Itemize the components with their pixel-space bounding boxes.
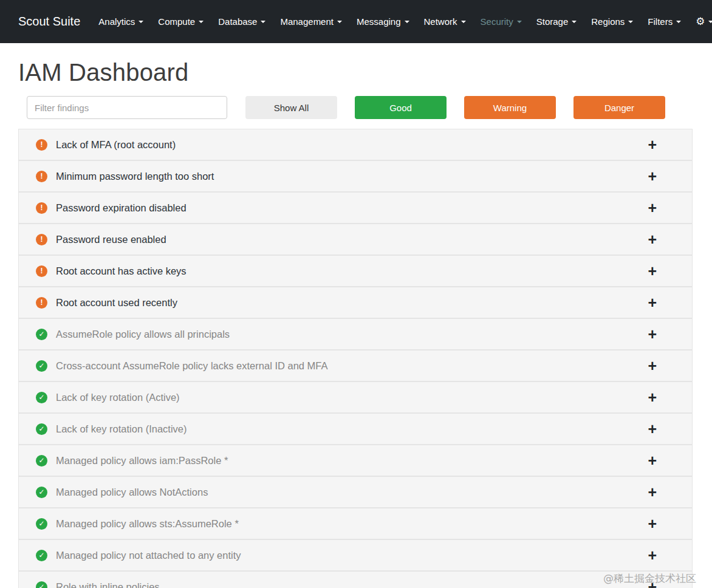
finding-row[interactable]: ✓ Managed policy not attached to any ent… <box>18 539 693 571</box>
finding-label: Lack of key rotation (Inactive) <box>56 423 187 435</box>
expand-plus-icon[interactable]: + <box>648 327 657 342</box>
nav-item-label: Compute <box>158 16 195 27</box>
finding-row[interactable]: ✓ Lack of key rotation (Inactive) + <box>18 413 693 445</box>
nav-item-label: Regions <box>591 16 625 27</box>
caret-down-icon <box>676 21 681 23</box>
app-brand[interactable]: Scout Suite <box>18 15 80 29</box>
finding-label: Lack of key rotation (Active) <box>56 392 180 403</box>
caret-down-icon <box>517 21 522 23</box>
expand-plus-icon[interactable]: + <box>648 358 657 374</box>
caret-down-icon <box>461 21 466 23</box>
gear-icon: ⚙ <box>696 16 705 27</box>
expand-plus-icon[interactable]: + <box>648 548 657 563</box>
main-menu: Analytics Compute Database Management Me… <box>91 12 584 32</box>
finding-label: Managed policy allows sts:AssumeRole * <box>56 518 239 530</box>
finding-label: Managed policy allows iam:PassRole * <box>56 455 228 467</box>
caret-down-icon <box>405 21 409 23</box>
expand-plus-icon[interactable]: + <box>648 516 657 532</box>
check-icon: ✓ <box>36 329 47 340</box>
warning-icon: ! <box>36 139 47 151</box>
finding-label: Root account has active keys <box>56 265 187 277</box>
warning-icon: ! <box>36 171 47 182</box>
warning-filter-button[interactable]: Warning <box>464 96 556 119</box>
nav-item-regions[interactable]: Regions <box>584 12 640 32</box>
caret-down-icon <box>261 21 265 23</box>
nav-item-security[interactable]: Security <box>473 12 529 32</box>
warning-icon: ! <box>36 234 47 245</box>
finding-row[interactable]: ✓ Cross-account AssumeRole policy lacks … <box>18 350 693 381</box>
nav-item-compute[interactable]: Compute <box>151 12 211 32</box>
danger-filter-button[interactable]: Danger <box>573 96 665 119</box>
finding-row[interactable]: ! Lack of MFA (root account) + <box>18 129 693 160</box>
warning-icon: ! <box>36 202 47 214</box>
finding-row[interactable]: ! Password reuse enabled + <box>18 224 693 255</box>
finding-label: Minimum password length too short <box>56 171 214 182</box>
finding-row[interactable]: ! Minimum password length too short + <box>18 160 693 192</box>
nav-item-label: Analytics <box>98 16 135 27</box>
settings-menu[interactable]: ⚙ <box>688 12 712 32</box>
top-navbar: Scout Suite Analytics Compute Database M… <box>0 0 712 43</box>
show-all-button[interactable]: Show All <box>245 96 337 119</box>
expand-plus-icon[interactable]: + <box>648 579 657 588</box>
check-icon: ✓ <box>36 392 47 403</box>
page-title: IAM Dashboard <box>18 59 712 86</box>
caret-down-icon <box>628 21 633 23</box>
caret-down-icon <box>708 21 712 23</box>
nav-item-label: Security <box>481 16 513 27</box>
good-filter-button[interactable]: Good <box>355 96 447 119</box>
check-icon: ✓ <box>36 455 47 467</box>
caret-down-icon <box>337 21 342 23</box>
filter-bar: Show All Good Warning Danger <box>27 96 712 119</box>
expand-plus-icon[interactable]: + <box>648 137 657 152</box>
expand-plus-icon[interactable]: + <box>648 295 657 310</box>
nav-item-filters[interactable]: Filters <box>640 12 688 32</box>
nav-item-label: Messaging <box>357 16 401 27</box>
check-icon: ✓ <box>36 581 47 588</box>
expand-plus-icon[interactable]: + <box>648 232 657 247</box>
warning-icon: ! <box>36 297 47 309</box>
finding-row[interactable]: ✓ AssumeRole policy allows all principal… <box>18 318 693 350</box>
finding-row[interactable]: ! Root account has active keys + <box>18 255 693 287</box>
nav-item-database[interactable]: Database <box>211 12 273 32</box>
finding-label: Role with inline policies <box>56 581 160 588</box>
caret-down-icon <box>199 21 204 23</box>
expand-plus-icon[interactable]: + <box>648 169 657 184</box>
finding-label: Password expiration disabled <box>56 202 187 214</box>
nav-item-management[interactable]: Management <box>273 12 349 32</box>
expand-plus-icon[interactable]: + <box>648 485 657 500</box>
utility-menu: Regions Filters ⚙ <box>584 12 712 32</box>
nav-item-storage[interactable]: Storage <box>529 12 584 32</box>
check-icon: ✓ <box>36 487 47 498</box>
nav-item-analytics[interactable]: Analytics <box>91 12 151 32</box>
nav-item-network[interactable]: Network <box>417 12 473 32</box>
check-icon: ✓ <box>36 423 47 435</box>
nav-item-label: Database <box>218 16 257 27</box>
finding-row[interactable]: ✓ Role with inline policies + <box>18 571 693 588</box>
expand-plus-icon[interactable]: + <box>648 453 657 468</box>
finding-row[interactable]: ! Root account used recently + <box>18 287 693 318</box>
expand-plus-icon[interactable]: + <box>648 422 657 437</box>
finding-label: AssumeRole policy allows all principals <box>56 329 230 340</box>
finding-row[interactable]: ! Password expiration disabled + <box>18 192 693 224</box>
finding-row[interactable]: ✓ Managed policy allows sts:AssumeRole *… <box>18 508 693 539</box>
warning-icon: ! <box>36 265 47 277</box>
expand-plus-icon[interactable]: + <box>648 390 657 405</box>
finding-label: Root account used recently <box>56 297 177 309</box>
check-icon: ✓ <box>36 518 47 530</box>
filter-findings-input[interactable] <box>27 96 227 119</box>
finding-row[interactable]: ✓ Lack of key rotation (Active) + <box>18 381 693 413</box>
finding-row[interactable]: ✓ Managed policy allows iam:PassRole * + <box>18 445 693 476</box>
expand-plus-icon[interactable]: + <box>648 264 657 279</box>
expand-plus-icon[interactable]: + <box>648 200 657 216</box>
finding-label: Lack of MFA (root account) <box>56 139 176 151</box>
finding-label: Password reuse enabled <box>56 234 166 245</box>
finding-label: Managed policy allows NotActions <box>56 487 208 498</box>
check-icon: ✓ <box>36 550 47 561</box>
finding-row[interactable]: ✓ Managed policy allows NotActions + <box>18 476 693 508</box>
finding-label: Managed policy not attached to any entit… <box>56 550 241 561</box>
findings-list: ! Lack of MFA (root account) + ! Minimum… <box>18 129 693 588</box>
nav-item-messaging[interactable]: Messaging <box>349 12 417 32</box>
nav-item-label: Storage <box>536 16 569 27</box>
caret-down-icon <box>572 21 577 23</box>
nav-item-label: Management <box>280 16 334 27</box>
